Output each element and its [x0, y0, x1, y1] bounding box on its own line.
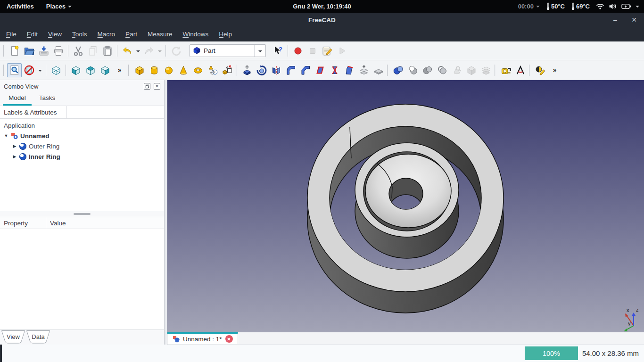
zoom-level-badge[interactable]: 100% — [525, 346, 578, 360]
tree-item-outer-ring[interactable]: ▶Outer Ring — [0, 141, 164, 151]
document-tab-close-button[interactable]: ✕ — [225, 335, 233, 343]
toolbar-drag-handle[interactable] — [495, 65, 495, 76]
tree-caret-icon[interactable]: ▶ — [11, 154, 18, 159]
tree-item-inner-ring[interactable]: ▶Inner Ring — [0, 151, 164, 162]
boolean-common-button[interactable] — [420, 63, 435, 77]
places-menu[interactable]: Places — [46, 3, 72, 10]
axonometric-view-button[interactable] — [49, 63, 63, 77]
torus-3d[interactable] — [365, 154, 451, 228]
macro-play-button[interactable] — [334, 44, 349, 58]
clock-button[interactable]: Gnu 2 Wer, 10:19:40 — [293, 3, 351, 10]
revolve-button[interactable] — [254, 63, 269, 77]
top-view-button[interactable] — [83, 63, 98, 77]
undo-button[interactable] — [120, 44, 134, 58]
loft-button[interactable] — [342, 63, 356, 77]
menu-macro[interactable]: Macro — [92, 28, 121, 40]
undo-history-dropdown[interactable] — [134, 44, 141, 58]
tab-data[interactable]: Data — [26, 330, 50, 344]
menu-measure[interactable]: Measure — [142, 28, 178, 40]
shape-builder-button[interactable] — [220, 63, 234, 77]
toolbar-drag-handle[interactable] — [128, 65, 129, 76]
chamfer-button[interactable] — [298, 63, 313, 77]
macro-stop-button[interactable] — [305, 44, 320, 58]
view-toolbar-overflow-button[interactable]: » — [112, 63, 127, 77]
tab-tasks[interactable]: Tasks — [33, 92, 61, 106]
workbench-dropdown-arrow[interactable] — [254, 45, 265, 57]
draw-style-button[interactable] — [22, 63, 36, 77]
menu-view[interactable]: View — [43, 28, 67, 40]
measure-angular-button[interactable] — [513, 63, 528, 77]
fillet-button[interactable] — [283, 63, 298, 77]
torus-primitive-button[interactable] — [190, 63, 205, 77]
front-view-button[interactable] — [68, 63, 83, 77]
panel-viewport-splitter[interactable] — [164, 80, 167, 345]
fit-all-button[interactable] — [7, 63, 22, 77]
minimize-button[interactable]: – — [610, 15, 620, 25]
section-button[interactable] — [371, 63, 386, 77]
toolbar-drag-handle[interactable] — [387, 65, 388, 76]
open-document-button[interactable] — [22, 44, 36, 58]
right-view-button[interactable] — [98, 63, 112, 77]
redo-button[interactable] — [141, 44, 156, 58]
menu-help[interactable]: Help — [214, 28, 237, 40]
3d-viewport[interactable]: x z y — [167, 80, 644, 332]
create-primitives-button[interactable] — [205, 63, 220, 77]
menu-part[interactable]: Part — [120, 28, 142, 40]
ruled-surface-button[interactable] — [327, 63, 342, 77]
tab-model[interactable]: Model — [3, 92, 32, 106]
activities-button[interactable]: Activities — [7, 3, 34, 10]
new-document-button[interactable] — [7, 44, 22, 58]
boolean-cut-button[interactable] — [405, 63, 420, 77]
copy-button[interactable] — [85, 44, 100, 58]
system-status-area[interactable] — [596, 3, 639, 10]
defeaturing-button[interactable] — [464, 63, 479, 77]
redo-history-dropdown[interactable] — [156, 44, 163, 58]
toolbar-separator — [165, 45, 166, 57]
panel-splitter-handle[interactable] — [0, 211, 164, 217]
measure-linear-button[interactable] — [498, 63, 513, 77]
panel-close-button[interactable]: ✕ — [154, 83, 160, 90]
print-button[interactable] — [51, 44, 66, 58]
cut-button[interactable] — [71, 44, 85, 58]
panel-float-button[interactable] — [144, 83, 150, 90]
measure-clear-button[interactable] — [533, 63, 547, 77]
timer-indicator[interactable]: 00:00 — [518, 3, 540, 10]
workbench-selector[interactable]: Part — [190, 44, 266, 57]
tree-caret-icon[interactable]: ▶ — [11, 144, 18, 148]
boolean-union-button[interactable] — [391, 63, 405, 77]
draw-style-dropdown[interactable] — [36, 63, 43, 77]
mirror-button[interactable] — [269, 63, 283, 77]
whats-this-button[interactable]: ? — [271, 44, 285, 58]
paste-button[interactable] — [100, 44, 115, 58]
toolbar-drag-handle[interactable] — [3, 45, 4, 57]
menu-windows[interactable]: Windows — [177, 28, 214, 40]
check-geometry-button[interactable] — [449, 63, 464, 77]
svg-text:Data: Data — [32, 333, 45, 340]
tree-item-unnamed[interactable]: ▼Unnamed — [0, 131, 164, 141]
menu-edit[interactable]: Edit — [22, 28, 43, 40]
sphere-primitive-button[interactable] — [161, 63, 176, 77]
tree-caret-icon[interactable]: ▼ — [3, 133, 9, 138]
cone-primitive-button[interactable] — [176, 63, 190, 77]
freecad-application: Activities Places Gnu 2 Wer, 10:19:40 00… — [0, 0, 644, 362]
part-toolbar-overflow-button[interactable]: » — [547, 63, 562, 77]
menu-file[interactable]: File — [1, 28, 22, 40]
close-button[interactable]: ✕ — [629, 15, 639, 25]
toolbar-drag-handle[interactable] — [236, 65, 237, 76]
menu-tools[interactable]: Tools — [67, 28, 92, 40]
tab-view[interactable]: View — [1, 330, 25, 344]
boolean-section-button[interactable] — [435, 63, 449, 77]
document-tab[interactable]: Unnamed : 1* ✕ — [167, 332, 238, 344]
toolbar-drag-handle[interactable] — [529, 65, 530, 76]
make-face-button[interactable] — [313, 63, 327, 77]
macro-edit-button[interactable] — [320, 44, 334, 58]
toolbar-drag-handle[interactable] — [3, 65, 4, 76]
cross-sections-button[interactable] — [479, 63, 493, 77]
refresh-button[interactable] — [168, 44, 183, 58]
extrude-button[interactable] — [239, 63, 254, 77]
box-primitive-button[interactable] — [132, 63, 147, 77]
sweep-button[interactable] — [356, 63, 371, 77]
cylinder-primitive-button[interactable] — [147, 63, 161, 77]
macro-record-button[interactable] — [290, 44, 305, 58]
save-document-button[interactable] — [36, 44, 51, 58]
